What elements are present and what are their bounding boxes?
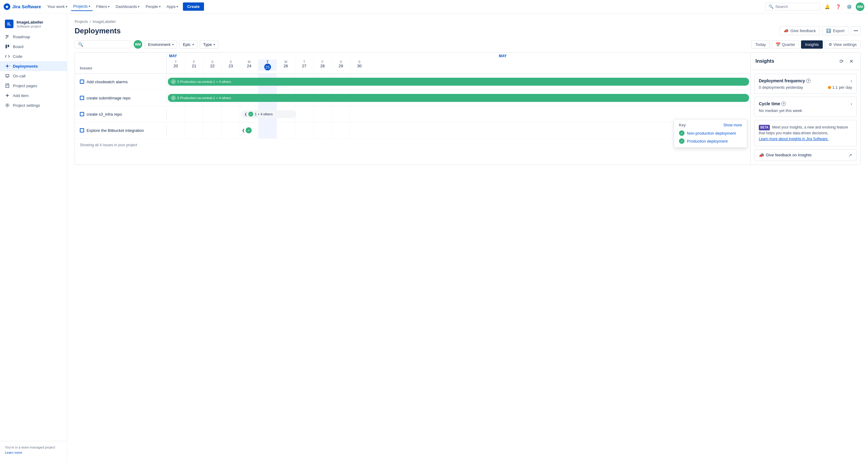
issue-3-checkbox[interactable] [80,112,84,116]
nav-your-work[interactable]: Your work ▾ [45,2,69,11]
issue-1-bar[interactable]: ✓ 5 Production ca-central-1 + 4 others [168,78,749,86]
day-header-22: S 22 [204,59,222,71]
deployment-freq-label: 0 deployments yesterday [759,85,803,90]
notifications-button[interactable]: 🔔 [823,2,831,11]
chevron-right-icon[interactable]: › [850,78,852,83]
issue-1-checkbox[interactable] [80,80,84,84]
chevron-down-icon: ▾ [172,43,174,46]
svg-rect-2 [5,38,7,38]
sidebar-item-roadmap[interactable]: Roadmap [0,32,67,41]
breadcrumb: Projects / ImageLabeller [74,20,861,24]
sidebar-item-on-call[interactable]: On-call [0,71,67,81]
cycle-time-card: Cycle time ? › No median yet this week [754,97,857,117]
beta-learn-more-link[interactable]: Learn more about insights in Jira Softwa… [759,137,829,141]
day-header-27: T 27 [295,59,313,71]
svg-point-5 [6,65,8,67]
issue-1-text: Add cloudwatch alarms [87,80,128,84]
sidebar-item-add-item[interactable]: Add item [0,91,67,100]
environment-filter[interactable]: Environment ▾ [145,40,177,49]
issue-2-calendar: ✓ 6 Production ca-central-1 + 4 others [167,90,750,106]
help-button[interactable]: ❓ [834,2,842,11]
insights-close-button[interactable]: ✕ [847,57,856,65]
type-filter[interactable]: Type ▾ [200,40,218,49]
app-logo[interactable]: Jira Software [4,3,41,10]
more-options-button[interactable]: ••• [851,26,861,35]
help-icon[interactable]: ? [781,101,786,106]
add-icon [5,93,10,98]
chevron-down-icon: ▾ [214,43,215,46]
quarter-button[interactable]: 📅 Quarter [772,40,799,49]
give-feedback-on-insights-button[interactable]: 📣 Give feedback on Insights ↗ [754,149,857,161]
create-button[interactable]: Create [183,2,204,11]
today-button[interactable]: Today [751,40,770,49]
breadcrumb-current: ImageLabeller [93,20,116,24]
show-more-link[interactable]: Show more [723,123,742,127]
issue-4-text: Explore the Bitbucket integration [87,128,144,133]
sidebar-item-project-pages[interactable]: Project pages [0,81,67,91]
learn-more-link[interactable]: Learn more [5,451,22,454]
issue-4-bar[interactable]: ❮ ✓ [241,126,252,134]
chevron-right-icon[interactable]: › [850,101,852,106]
sidebar-item-project-settings[interactable]: Project settings [0,100,67,110]
nav-people[interactable]: People ▾ [143,2,163,11]
export-button[interactable]: ⬆️ Export [822,26,848,35]
give-feedback-button[interactable]: 📣 Give feedback [780,26,820,35]
epic-filter[interactable]: Epic ▾ [180,40,197,49]
issues-search[interactable]: 🔍 [74,40,131,48]
legend-item-2: ✓ Production deployment [679,138,742,144]
insights-button[interactable]: Insights [801,40,823,49]
day-header-23: S 23 [222,59,240,71]
cycle-time-title: Cycle time ? [759,101,786,106]
issue-2-checkbox[interactable] [80,96,84,100]
legend-header: Key Show more [679,123,742,127]
svg-rect-0 [5,35,8,36]
user-avatar[interactable]: WM [856,2,864,11]
help-icon[interactable]: ? [806,79,810,83]
sidebar: IL ImageLabeller Software project Roadma… [0,13,67,462]
breadcrumb-projects[interactable]: Projects [74,20,88,24]
deployment-freq-header: Deployment frequency ? › [759,78,852,83]
insights-controls: ⟳ ✕ [837,57,856,65]
project-name: ImageLabeller [17,20,43,25]
beta-card-content: BETA Meet your Insights, a new and evolv… [759,125,852,142]
svg-rect-3 [5,45,7,48]
team-managed-text: You're in a team-managed project [5,445,62,450]
nav-apps[interactable]: Apps ▾ [164,2,181,11]
sidebar-item-board[interactable]: Board [0,41,67,52]
key-label: Key [679,123,686,127]
nav-filters[interactable]: Filters ▾ [94,2,112,11]
day-header-30: S 30 [350,59,369,71]
issues-column-header: Issues [75,53,167,73]
nav-projects[interactable]: Projects ▾ [71,2,93,11]
nav-dashboards[interactable]: Dashboards ▾ [113,2,142,11]
insights-panel-header: Insights ⟳ ✕ [750,53,860,70]
sidebar-item-deployments[interactable]: Deployments [0,61,67,71]
oncall-icon [5,73,10,78]
issue-4-checkbox[interactable] [80,128,84,132]
issue-4-label: Explore the Bitbucket integration [75,125,167,136]
issue-2-bar[interactable]: ✓ 6 Production ca-central-1 + 4 others [168,94,749,102]
issue-3-bar[interactable]: ❮ ✓ 1 + 4 others [241,110,297,118]
day-header-29: S 29 [332,59,350,71]
legend-item-1-label[interactable]: Non-production deployment [687,131,736,135]
view-settings-button[interactable]: ⚙ View settings [825,40,861,49]
cycle-time-header: Cycle time ? › [759,101,852,106]
page-actions: 📣 Give feedback ⬆️ Export ••• [780,26,861,35]
export-icon: ⬆️ [826,28,831,33]
settings-icon: ⚙ [829,42,832,47]
status-dot [828,86,831,89]
settings-button[interactable]: ⚙️ [845,2,853,11]
issues-search-input[interactable] [85,42,128,47]
insights-refresh-button[interactable]: ⟳ [837,57,846,65]
project-icon: IL [5,20,13,28]
global-search[interactable]: 🔍 Search [765,3,820,10]
deployment-freq-title: Deployment frequency ? [759,78,810,83]
user-filter-avatar[interactable]: WM [134,40,142,49]
sidebar-item-code[interactable]: Code [0,52,67,61]
page-header: Deployments 📣 Give feedback ⬆️ Export ••… [74,26,861,35]
legend-item-2-label[interactable]: Production deployment [687,139,727,144]
main-content: Projects / ImageLabeller Deployments 📣 G… [67,13,868,462]
chevron-down-icon: ▾ [177,5,178,8]
issue-1-label: Add cloudwatch alarms [75,76,167,87]
insights-body: Deployment frequency ? › 0 deployments y… [750,70,860,164]
